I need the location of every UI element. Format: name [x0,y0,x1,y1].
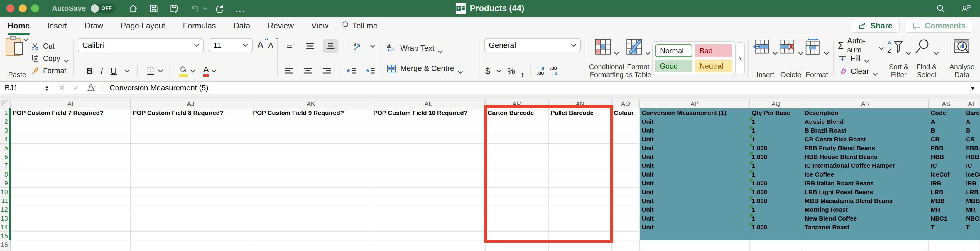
cell-AM4[interactable] [485,135,549,144]
cell-AQ16[interactable] [750,240,802,249]
cell-AL5[interactable] [371,144,485,153]
cell-AT11[interactable]: MBB [964,197,980,205]
cell-AT9[interactable]: IRB [964,179,980,187]
cell-AK12[interactable] [251,205,371,214]
formula-bar-expand-icon[interactable]: ▼ [970,86,975,92]
find-select-button[interactable]: Find & Select [913,38,940,79]
cell-AN10[interactable] [549,187,612,197]
save-as-icon[interactable] [169,3,180,14]
cell-AN17[interactable] [549,249,612,251]
currency-button[interactable]: $ [485,66,490,76]
cell-AL13[interactable] [371,214,485,223]
cell-AS3[interactable]: B [929,126,964,135]
cell-AS4[interactable]: CR [929,135,964,144]
column-header-AS[interactable]: AS [929,99,964,108]
column-header-AN[interactable]: AN [549,99,612,108]
font-size-select[interactable]: 11 [208,38,253,52]
cell-AK4[interactable] [251,135,371,144]
cell-AL12[interactable] [371,205,485,214]
decrease-indent-button[interactable] [345,64,358,78]
cell-style-normal[interactable]: Normal [655,44,693,57]
cell-AM6[interactable] [485,153,549,161]
cell-style-neutral[interactable]: Neutral [695,60,732,72]
cell-AP1[interactable]: Conversion Measurement (1) [640,108,750,117]
cell-AQ5[interactable]: 1.000 [750,144,802,153]
cell-AO15[interactable] [612,232,640,240]
cell-AS2[interactable]: A [929,117,964,126]
cell-AP11[interactable]: Unit [640,197,750,205]
cell-AM12[interactable] [485,205,549,214]
cell-AT4[interactable]: CR [964,135,980,144]
cell-AP3[interactable]: Unit [640,126,750,135]
copy-button[interactable]: Copy [31,53,69,64]
fill-button[interactable]: Fill [838,53,884,64]
cell-AN14[interactable] [549,223,612,232]
cell-AK1[interactable]: POP Custom Field 9 Required? [251,108,371,117]
underline-chevron-icon[interactable] [124,69,130,73]
number-format-select[interactable]: General [484,38,581,52]
cell-AR9[interactable]: IRB Italian Roast Beans [802,179,929,187]
cell-AM11[interactable] [485,197,549,205]
cell-AI17[interactable] [11,249,130,251]
orientation-button[interactable]: ab [350,39,365,53]
cell-AK14[interactable] [251,223,371,232]
cell-AJ1[interactable]: POP Custom Field 8 Required? [130,108,251,117]
format-as-table-button[interactable]: Format as Table [624,38,652,79]
cell-AT12[interactable]: MR [964,205,980,214]
cell-AI7[interactable] [11,161,130,170]
cell-AN16[interactable] [549,240,612,249]
cell-AO2[interactable] [612,117,640,126]
cell-AQ4[interactable]: 1 [750,135,802,144]
enter-icon[interactable]: ✓ [73,83,80,93]
cell-AT17[interactable] [964,249,980,251]
cell-AP14[interactable]: Unit [640,223,750,232]
cell-AP8[interactable]: Unit [640,170,750,179]
cell-AO17[interactable] [612,249,640,251]
format-painter-button[interactable]: Format [31,66,69,76]
cell-AQ15[interactable] [750,232,802,240]
row-header-17[interactable] [0,249,11,251]
cell-AK3[interactable] [251,126,371,135]
cell-AT5[interactable]: FBB [964,144,980,153]
cell-AI8[interactable] [11,170,130,179]
cell-AS7[interactable]: IC [929,161,964,170]
cell-AS6[interactable]: HBB [929,153,964,161]
select-all-corner[interactable] [0,99,11,108]
cell-AL4[interactable] [371,135,485,144]
align-left-button[interactable] [282,64,296,78]
tab-data[interactable]: Data [225,17,259,35]
decrease-font-button[interactable]: Aˇ [268,41,273,50]
autosum-button[interactable]: Σ Auto-sum [838,40,884,51]
cell-AO8[interactable] [612,170,640,179]
cell-AJ12[interactable] [130,205,251,214]
save-icon[interactable] [148,3,160,14]
cell-AK2[interactable] [251,117,371,126]
tab-draw[interactable]: Draw [76,17,112,35]
cell-AI13[interactable] [11,214,130,223]
cell-AR3[interactable]: B Brazil Roast [802,126,929,135]
cell-AL2[interactable] [371,117,485,126]
cell-AP10[interactable]: Unit [640,187,750,197]
cell-AJ14[interactable] [130,223,251,232]
cell-AN13[interactable] [549,214,612,223]
cell-AK10[interactable] [251,187,371,197]
cell-AL1[interactable]: POP Custom Field 10 Required? [371,108,485,117]
cell-AI5[interactable] [11,144,130,153]
cell-AN12[interactable] [549,205,612,214]
cell-AT3[interactable]: B [964,126,980,135]
font-name-select[interactable]: Calibri [78,38,204,52]
tab-insert[interactable]: Insert [38,17,76,35]
cell-AT10[interactable]: LRB [964,187,980,197]
copy-chevron-icon[interactable] [64,57,69,60]
cell-AR13[interactable]: New Blend Coffee [802,214,929,223]
cell-AO16[interactable] [612,240,640,249]
cell-AI14[interactable] [11,223,130,232]
cell-AN11[interactable] [549,197,612,205]
cell-AN15[interactable] [549,232,612,240]
cell-AL8[interactable] [371,170,485,179]
cell-AI10[interactable] [11,187,130,197]
column-header-AL[interactable]: AL [371,99,485,108]
fill-color-button[interactable] [179,65,196,77]
cell-AK17[interactable] [251,249,371,251]
cell-AT15[interactable] [964,232,980,240]
